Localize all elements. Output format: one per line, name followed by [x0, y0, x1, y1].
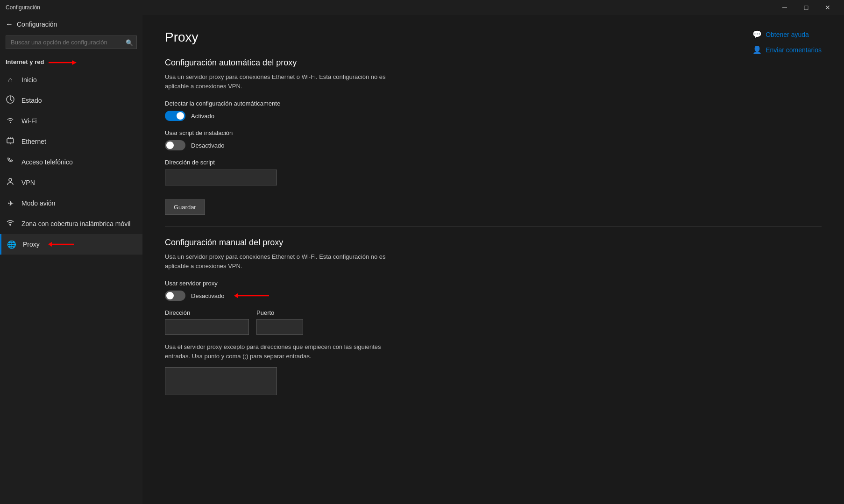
vpn-icon: [6, 178, 15, 187]
detect-toggle-status: Activado: [191, 113, 214, 120]
titlebar: Configuración ─ □ ✕: [0, 0, 844, 15]
script-dir-label: Dirección de script: [165, 159, 822, 166]
titlebar-controls: ─ □ ✕: [774, 0, 838, 15]
detect-setting-row: Detectar la configuración automáticament…: [165, 100, 822, 121]
red-arrow-annotation-3: [234, 291, 271, 300]
red-arrow-annotation-1: [49, 58, 77, 67]
get-help-link[interactable]: 💬 Obtener ayuda: [752, 30, 822, 39]
detect-label: Detectar la configuración automáticament…: [165, 100, 822, 107]
script-dir-input[interactable]: [165, 170, 277, 185]
sidebar: ← Configuración 🔍 Internet y red ⌂ Inici…: [0, 15, 142, 504]
svg-marker-16: [234, 293, 238, 298]
script-setting-row: Usar script de instalación Desactivado: [165, 129, 822, 150]
home-icon: ⌂: [6, 76, 15, 84]
sidebar-item-proxy[interactable]: 🌐 Proxy: [0, 234, 142, 255]
sidebar-item-acceso[interactable]: Acceso telefónico: [0, 152, 142, 172]
exceptions-desc: Usa el servidor proxy excepto para direc…: [165, 342, 398, 361]
status-icon: [6, 95, 15, 106]
svg-point-12: [9, 224, 11, 226]
use-proxy-toggle[interactable]: [165, 291, 185, 301]
back-button[interactable]: ← Configuración: [0, 15, 142, 34]
app-body: ← Configuración 🔍 Internet y red ⌂ Inici…: [0, 15, 844, 504]
svg-point-10: [9, 178, 12, 181]
svg-marker-14: [48, 242, 52, 247]
script-toggle[interactable]: [165, 140, 185, 150]
section-divider: [165, 226, 822, 227]
auto-section-title: Configuración automática del proxy: [165, 58, 822, 68]
address-port-row: Dirección Puerto: [165, 309, 822, 335]
port-field-group: Puerto: [256, 309, 303, 335]
port-label: Puerto: [256, 309, 303, 316]
close-button[interactable]: ✕: [817, 0, 838, 15]
sidebar-item-wifi[interactable]: Wi-Fi: [0, 111, 142, 131]
sidebar-item-inicio[interactable]: ⌂ Inicio: [0, 70, 142, 90]
script-toggle-status: Desactivado: [191, 142, 225, 149]
address-field-group: Dirección: [165, 309, 249, 335]
sidebar-item-estado[interactable]: Estado: [0, 90, 142, 111]
content-area: 💬 Obtener ayuda 👤 Enviar comentarios Pro…: [142, 15, 844, 504]
feedback-icon: 👤: [752, 45, 762, 54]
sidebar-item-ethernet[interactable]: Ethernet: [0, 131, 142, 152]
auto-section-desc: Usa un servidor proxy para conexiones Et…: [165, 72, 398, 91]
help-icon: 💬: [752, 30, 762, 39]
help-panel: 💬 Obtener ayuda 👤 Enviar comentarios: [752, 30, 822, 54]
back-arrow-icon: ←: [6, 20, 13, 28]
port-input[interactable]: [256, 319, 303, 335]
script-label: Usar script de instalación: [165, 129, 822, 136]
phone-icon: [6, 157, 15, 167]
sidebar-item-zona[interactable]: Zona con cobertura inalámbrica móvil: [0, 213, 142, 234]
back-title: Configuración: [17, 21, 57, 28]
address-input[interactable]: [165, 319, 249, 335]
airplane-icon: ✈: [6, 199, 15, 208]
svg-line-4: [10, 99, 12, 101]
exceptions-textarea[interactable]: [165, 367, 277, 395]
proxy-icon: 🌐: [7, 240, 16, 249]
manual-section-title: Configuración manual del proxy: [165, 238, 822, 248]
script-dir-row: Dirección de script: [165, 159, 822, 185]
sidebar-item-avion[interactable]: ✈ Modo avión: [0, 193, 142, 213]
save-button[interactable]: Guardar: [165, 199, 205, 215]
search-input[interactable]: [6, 35, 137, 49]
svg-rect-5: [7, 139, 14, 143]
use-proxy-toggle-wrapper: Desactivado: [165, 291, 822, 301]
minimize-button[interactable]: ─: [774, 0, 795, 15]
titlebar-title: Configuración: [6, 4, 774, 11]
detect-toggle[interactable]: [165, 111, 185, 121]
sidebar-section-label: Internet y red: [0, 53, 142, 70]
ethernet-icon: [6, 137, 15, 146]
detect-toggle-wrapper: Activado: [165, 111, 822, 121]
wifi-icon: [6, 117, 15, 125]
use-proxy-toggle-status: Desactivado: [191, 292, 225, 299]
sidebar-item-vpn[interactable]: VPN: [0, 172, 142, 193]
page-title: Proxy: [165, 30, 822, 45]
hotspot-icon: [6, 219, 15, 228]
use-proxy-label: Usar servidor proxy: [165, 280, 822, 287]
address-label: Dirección: [165, 309, 249, 316]
red-arrow-annotation-2: [48, 240, 76, 248]
sidebar-search-container: 🔍: [6, 35, 137, 49]
manual-section-desc: Usa un servidor proxy para conexiones Et…: [165, 252, 398, 270]
use-proxy-setting-row: Usar servidor proxy Desactivado: [165, 280, 822, 301]
maximize-button[interactable]: □: [795, 0, 817, 15]
search-icon: 🔍: [126, 39, 133, 46]
feedback-link[interactable]: 👤 Enviar comentarios: [752, 45, 822, 54]
script-toggle-wrapper: Desactivado: [165, 140, 822, 150]
svg-marker-1: [72, 60, 77, 65]
